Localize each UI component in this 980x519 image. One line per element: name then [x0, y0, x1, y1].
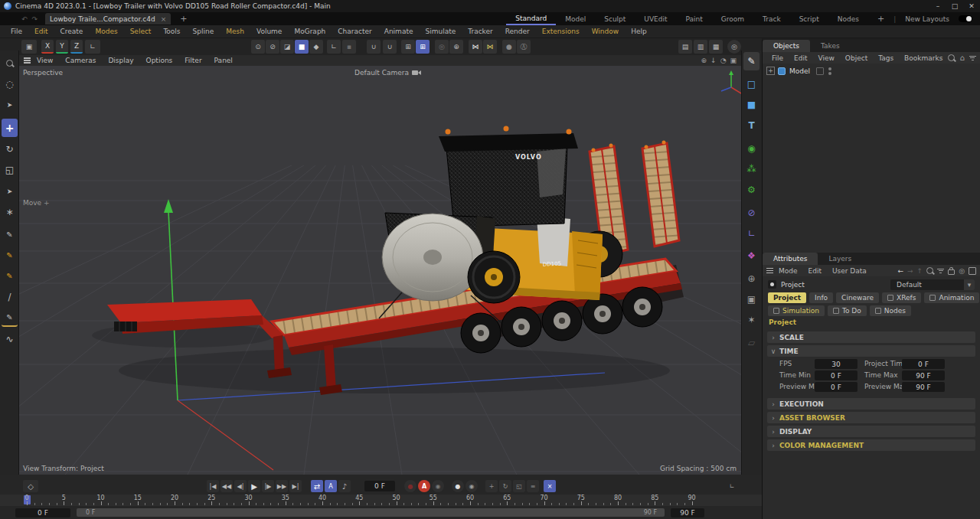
transform-tool-icon[interactable]: ➤ [2, 182, 18, 201]
object-tree-row[interactable]: + Model [763, 65, 980, 77]
lock-x-axis-button[interactable]: X [41, 40, 54, 54]
section-color-management[interactable]: › COLOR MANAGEMENT [767, 439, 975, 451]
section-asset-browser[interactable]: › ASSET BROWSER [767, 412, 975, 423]
minimize-button[interactable]: – [929, 2, 946, 10]
rotate-tool-icon[interactable]: ↻ [2, 140, 18, 158]
tab-layers[interactable]: Layers [818, 253, 862, 265]
menu-render[interactable]: Render [499, 28, 536, 35]
subdivision-surface-icon[interactable]: ◉ [743, 139, 760, 158]
menu-spline[interactable]: Spline [187, 28, 220, 35]
sound-toggle-icon[interactable]: ♪ [338, 480, 351, 492]
viewport-render-icon[interactable]: ▣ [21, 40, 37, 54]
polygons-mode-icon[interactable]: ◪ [280, 40, 294, 54]
layout-tab-track[interactable]: Track [753, 12, 790, 25]
volume-builder-icon[interactable]: ⊘ [743, 204, 760, 222]
key-scale-toggle[interactable]: ◱ [513, 480, 525, 492]
parent-up-icon[interactable]: ↑ [917, 267, 923, 275]
viewport-camera-label[interactable]: Default Camera [354, 69, 421, 77]
menu-volume[interactable]: Volume [250, 28, 288, 35]
layout-tab-uvedit[interactable]: UVEdit [635, 12, 676, 25]
keyframe-play-icon[interactable]: A [325, 480, 337, 492]
field-object-icon[interactable]: ❖ [743, 246, 760, 265]
next-frame-button[interactable]: |▶ [262, 480, 274, 492]
viewport-menu-view[interactable]: View [31, 57, 59, 64]
model-mode-icon[interactable]: ■ [295, 40, 309, 54]
keyframe-diamond-button[interactable]: ◇ [23, 480, 38, 492]
symmetry-icon[interactable]: ⋈ [469, 40, 482, 54]
current-frame-field[interactable]: 0 F [364, 481, 395, 491]
menu-character[interactable]: Character [332, 28, 377, 35]
multi-move-tool-icon[interactable]: ∗ [2, 203, 18, 221]
objects-menu-view[interactable]: View [813, 54, 840, 62]
menu-file[interactable]: File [5, 28, 28, 35]
menu-create[interactable]: Create [54, 28, 90, 35]
add-layout-button[interactable]: + [868, 12, 893, 25]
snap-settings-icon[interactable]: ∪ [383, 40, 397, 54]
layout-tab-nodes[interactable]: Nodes [828, 12, 868, 25]
attr-tab-nodes[interactable]: Nodes [870, 305, 911, 316]
attributes-expand-icon[interactable] [969, 267, 976, 275]
knife-tool-icon[interactable]: / [2, 288, 18, 306]
layout-tab-script[interactable]: Script [790, 12, 828, 25]
section-time[interactable]: ∨ TIME [767, 345, 975, 357]
menu-window[interactable]: Window [586, 28, 626, 35]
time-min-field[interactable]: 0 F [815, 370, 858, 380]
render-picture-viewer-icon[interactable]: ▥ [694, 40, 707, 54]
rotate-view-icon[interactable]: ◔ [720, 57, 727, 64]
enable-quantizing-icon[interactable]: ⊞ [401, 40, 415, 54]
tab-attributes[interactable]: Attributes [763, 253, 818, 265]
render-settings-icon[interactable]: ▦ [709, 40, 723, 54]
toggle-view-icon[interactable]: ▣ [730, 57, 737, 64]
attr-tab-info[interactable]: Info [809, 292, 833, 303]
viewport-hamburger-icon[interactable] [24, 57, 31, 65]
object-tree-label[interactable]: Model [789, 67, 810, 75]
layout-tab-paint[interactable]: Paint [677, 12, 712, 25]
document-tab[interactable]: Lowboy Traile...Compactor.c4d × [45, 13, 171, 24]
lock-icon[interactable] [948, 269, 955, 275]
dolly-view-icon[interactable]: ↓ [710, 57, 717, 64]
tweak-tool-icon[interactable]: ➤ [2, 96, 18, 114]
new-layouts-button[interactable]: New Layouts [896, 12, 959, 25]
sketch-tool-icon[interactable]: ∿ [2, 330, 18, 348]
menu-select[interactable]: Select [124, 28, 158, 35]
viewport-name-label[interactable]: Perspective [23, 69, 63, 77]
objects-search-icon[interactable] [948, 54, 955, 61]
key-parameter-toggle[interactable]: ≡ [527, 480, 539, 492]
autokeying-button[interactable]: A [418, 480, 430, 492]
quantize-settings-icon[interactable]: ⊞ [416, 40, 430, 54]
close-button[interactable]: ✕ [963, 2, 980, 10]
viewport-menu-filter[interactable]: Filter [178, 57, 207, 64]
timeline-scrollbar[interactable]: 0 F 90 F [77, 508, 665, 517]
target-icon[interactable]: ◎ [959, 267, 965, 275]
deformer-icon[interactable]: ⚙ [743, 181, 760, 199]
spline-primitive-icon[interactable]: □ [743, 75, 760, 93]
pan-view-icon[interactable]: ⊕ [701, 57, 707, 64]
timeline-ruler[interactable]: 051015202530354045505560657075808590 [0, 495, 762, 506]
undo-icon[interactable]: ↶ [21, 15, 28, 23]
objects-menu-edit[interactable]: Edit [789, 54, 812, 62]
points-mode-icon[interactable]: ⊙ [251, 40, 265, 54]
record-toggle-b-icon[interactable]: ◉ [466, 480, 478, 492]
enable-snap-icon[interactable]: ∪ [367, 40, 381, 54]
menu-extensions[interactable]: Extensions [536, 28, 586, 35]
preset-dropdown[interactable]: Default ▾ [890, 279, 975, 290]
add-document-button[interactable]: + [180, 14, 187, 24]
cube-primitive-icon[interactable]: ■ [743, 96, 760, 114]
range-end-field[interactable]: 90 F [671, 508, 704, 517]
measure-icon[interactable]: ∟ [743, 224, 760, 243]
objects-menu-bookmarks[interactable]: Bookmarks [899, 54, 948, 62]
objects-home-icon[interactable]: ⌂ [959, 54, 964, 62]
modeling-generator-icon[interactable]: ⁂ [743, 160, 760, 178]
redo-icon[interactable]: ↷ [32, 15, 38, 23]
menu-modes[interactable]: Modes [89, 28, 123, 35]
document-tab-close-icon[interactable]: × [161, 15, 167, 23]
key-position-toggle[interactable]: + [485, 480, 498, 492]
objects-filter-icon[interactable] [969, 54, 976, 61]
objects-menu-tags[interactable]: Tags [873, 54, 899, 62]
snap-icon[interactable]: ▪ [342, 40, 356, 54]
live-selection-icon[interactable]: ◌ [2, 75, 18, 93]
camera-object-icon[interactable]: ▣ [743, 290, 760, 308]
workplane-icon[interactable]: ∟ [327, 40, 341, 54]
layout-toggle[interactable] [959, 15, 972, 22]
objects-menu-file[interactable]: File [766, 54, 789, 62]
